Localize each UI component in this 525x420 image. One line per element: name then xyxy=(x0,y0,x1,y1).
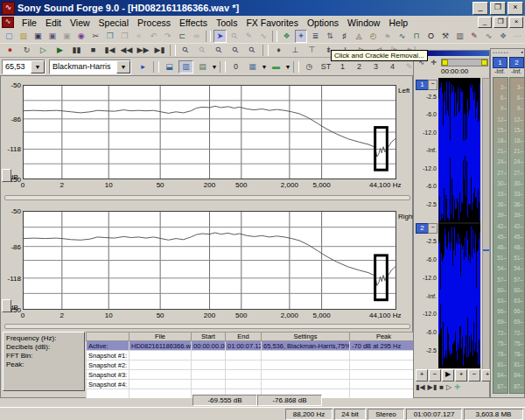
chart-divider[interactable] xyxy=(4,195,410,200)
pause-button[interactable]: ▮▮ xyxy=(69,44,84,57)
volume-button[interactable]: ▥ xyxy=(453,30,466,43)
table-row[interactable]: Active:HD082161186366.wav00:00:00.00001:… xyxy=(87,341,418,351)
table-row[interactable]: Snapshot #1: xyxy=(87,351,418,360)
menu-edit[interactable]: Edit xyxy=(41,18,66,28)
grab-snapshot-button[interactable]: ⬓ xyxy=(162,60,177,74)
chart-divider-2[interactable] xyxy=(4,324,410,329)
loop-end-handle[interactable] xyxy=(481,60,487,66)
col-header-row-label[interactable] xyxy=(87,332,130,341)
menu-file[interactable]: File xyxy=(18,18,41,28)
col-header-Settings[interactable]: Settings xyxy=(262,332,350,341)
snapshot-view-dropdown-icon[interactable]: ▼ xyxy=(261,61,268,73)
menu-special[interactable]: Special xyxy=(94,18,133,28)
flange-button[interactable]: ∿ xyxy=(396,30,409,43)
table-row[interactable]: Snapshot #4: xyxy=(87,380,418,389)
doc-restore-button[interactable]: ❐ xyxy=(494,17,508,28)
smoothing-window-dropdown-icon[interactable]: ▼ xyxy=(116,60,130,74)
wave-zoom-button-3[interactable]: ▶ xyxy=(442,369,454,382)
zoom-out-button[interactable]: ⚲ xyxy=(245,44,260,57)
menu-view[interactable]: View xyxy=(66,18,94,28)
wave-hammer-button[interactable]: ⚒ xyxy=(439,30,452,43)
trim-button[interactable]: ⊏ xyxy=(176,30,189,43)
channel-2-minimize[interactable]: − xyxy=(428,223,438,234)
menu-tools[interactable]: Tools xyxy=(212,18,242,28)
more-tools-button[interactable]: ⋯ xyxy=(511,30,524,43)
channel-1-button[interactable]: 1 xyxy=(416,80,429,90)
stop-icon[interactable]: ■ xyxy=(439,382,444,393)
update-clock-button[interactable]: ◷ xyxy=(302,60,317,74)
insert-marker-button[interactable]: O xyxy=(424,30,438,43)
save-button[interactable]: ▣ xyxy=(32,30,45,43)
play-all-button[interactable]: ▷ xyxy=(36,44,51,57)
new-button[interactable]: ▢ xyxy=(3,30,16,43)
edit-tool-button[interactable]: ➤ xyxy=(214,30,227,43)
rewind-button[interactable]: ◀◀ xyxy=(119,44,134,57)
paste-button[interactable]: ❒ xyxy=(118,30,131,43)
waveform-display[interactable] xyxy=(438,78,480,368)
save-all-button[interactable]: ▣ xyxy=(60,30,74,43)
loop-start-handle[interactable] xyxy=(442,60,448,66)
smoothing-window-combo[interactable]: Blackman-Harris ▼ xyxy=(49,60,131,74)
pencil-fx-button[interactable]: ✎ xyxy=(468,30,481,43)
menu-fx-favorites[interactable]: FX Favorites xyxy=(242,18,303,28)
graph-color-button[interactable]: ▬ xyxy=(269,60,284,74)
snapshot-1-button[interactable]: 1 xyxy=(335,60,350,74)
menu-help[interactable]: Help xyxy=(384,18,412,28)
smooth-button[interactable]: ∿ xyxy=(482,30,495,43)
meter-grip-handle[interactable]: •••••• xyxy=(493,50,509,55)
wave-zoom-button-5[interactable]: − xyxy=(468,369,480,382)
auto-preview-button[interactable]: ♦ xyxy=(271,44,286,57)
wave-zoom-button-2[interactable]: − xyxy=(429,369,441,382)
menu-effects[interactable]: Effects xyxy=(175,18,212,28)
close-button[interactable]: × xyxy=(508,2,523,15)
menu-options[interactable]: Options xyxy=(303,18,343,28)
zoom-time-button[interactable]: ⚲ xyxy=(195,44,210,57)
minimize-button[interactable]: _ xyxy=(472,2,488,15)
meter-ch2-button[interactable]: 2 xyxy=(509,57,524,68)
redo-button[interactable]: ↷ xyxy=(162,30,175,43)
col-header-End[interactable]: End xyxy=(226,332,262,341)
gate-button[interactable]: ⊓ xyxy=(410,30,424,43)
click-crackle-removal-button[interactable]: ✦ xyxy=(295,30,308,43)
zoom-in-button[interactable]: ⚲ xyxy=(228,44,243,57)
doc-close-button[interactable]: × xyxy=(509,17,523,28)
col-header-Start[interactable]: Start xyxy=(192,332,226,341)
record-button[interactable]: ● xyxy=(3,44,18,57)
noise-reduction-button[interactable]: ❖ xyxy=(280,30,293,43)
level-zoom-strip[interactable] xyxy=(482,78,490,370)
channel-2-button[interactable]: 2 xyxy=(416,223,429,234)
ceiling-slider-right[interactable] xyxy=(2,299,11,312)
fft-size-combo[interactable]: 65,53 ▼ xyxy=(2,60,46,74)
zoom-selection-button[interactable]: ⚲ xyxy=(212,44,227,57)
snapshot-4-button[interactable]: 4 xyxy=(385,60,400,74)
save-as-button[interactable]: ▣ xyxy=(46,30,60,43)
play-button[interactable]: ▶ xyxy=(52,44,67,57)
mix-button[interactable]: ≈ xyxy=(133,30,146,43)
copy-button[interactable]: ❐ xyxy=(104,30,117,43)
envelope-tool-button[interactable]: ∿ xyxy=(257,30,270,43)
meter-close-icon[interactable]: ▪ xyxy=(522,49,523,55)
menu-process[interactable]: Process xyxy=(133,18,175,28)
meter-ch1-button[interactable]: 1 xyxy=(493,57,508,68)
menu-window[interactable]: Window xyxy=(343,18,384,28)
overview-bar[interactable] xyxy=(441,59,488,66)
go-to-start-icon[interactable]: ▮◀ xyxy=(416,382,425,393)
open-button[interactable]: ▨ xyxy=(18,30,31,43)
table-row[interactable]: Snapshot #3: xyxy=(87,370,418,380)
col-header-File[interactable]: File xyxy=(130,332,192,341)
display-mode-button[interactable]: ▤ xyxy=(195,60,210,74)
zoom-normal-button[interactable]: ⚲ xyxy=(178,44,193,57)
properties-button[interactable]: ◉ xyxy=(75,30,88,43)
stop-button[interactable]: ■ xyxy=(86,44,101,57)
vibrato-button[interactable]: ❖ xyxy=(497,30,510,43)
document-icon[interactable]: ∿ xyxy=(2,17,14,28)
pitch-button[interactable]: ♯ xyxy=(338,30,351,43)
channel-split-marker[interactable] xyxy=(483,249,489,251)
snapshot-3-button[interactable]: 3 xyxy=(368,60,383,74)
ceiling-slider-left[interactable] xyxy=(2,169,11,182)
undo-button[interactable]: ↶ xyxy=(147,30,160,43)
wave-zoom-button-1[interactable]: + xyxy=(416,369,428,382)
restore-button[interactable]: ❐ xyxy=(490,2,506,15)
cut-button[interactable]: ✂ xyxy=(89,30,102,43)
chorus-button[interactable]: ≈ xyxy=(382,30,395,43)
